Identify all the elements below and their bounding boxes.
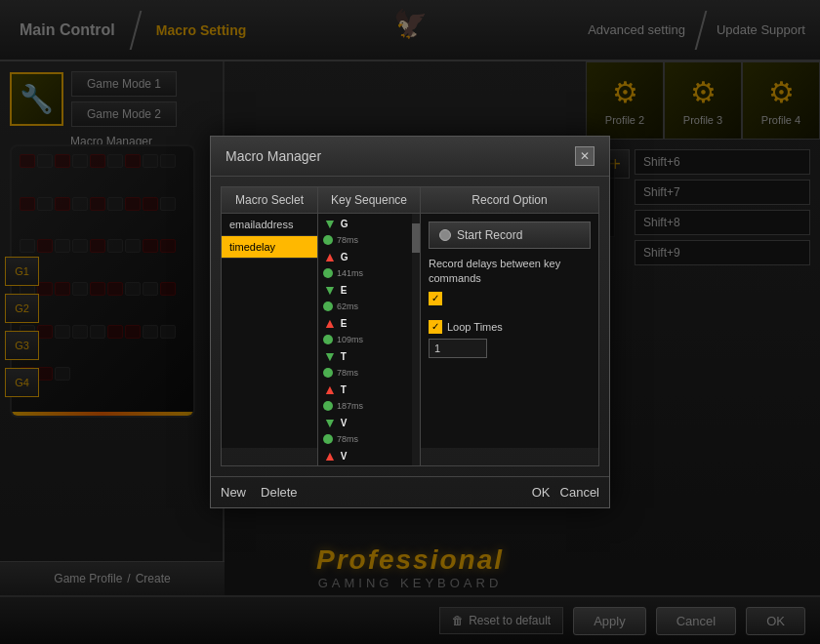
arrow-up-icon: ▲ (323, 249, 337, 264)
list-item: ▲ T (318, 380, 420, 399)
list-item: ▼ G (318, 214, 420, 233)
record-option-header: Record Option (421, 187, 598, 214)
delay-circle-icon (323, 302, 333, 311)
delete-button[interactable]: Delete (261, 485, 298, 500)
arrow-up-icon: ▲ (323, 448, 337, 463)
macro-item-timedelay[interactable]: timedelay (222, 236, 317, 259)
list-item: 78ms (318, 432, 420, 446)
list-item: 78ms (318, 233, 420, 247)
list-item: ▼ V (318, 413, 420, 432)
list-item: ▼ T (318, 346, 420, 366)
modal-close-button[interactable]: ✕ (575, 146, 594, 166)
macro-manager-modal: Macro Manager ✕ Macro Seclet emailaddres… (210, 136, 610, 508)
arrow-down-icon: ▼ (323, 348, 337, 364)
record-delays-checkbox-row: ✓ (429, 292, 591, 305)
modal-title: Macro Manager (226, 148, 321, 164)
list-item: 78ms (318, 366, 420, 380)
delay-circle-icon (323, 235, 333, 245)
list-item: ▲ E (318, 313, 420, 333)
delay-circle-icon (323, 335, 333, 344)
arrow-down-icon: ▼ (323, 282, 337, 298)
loop-times-row: ✓ Loop Times (429, 320, 591, 334)
list-item: 109ms (318, 333, 420, 346)
macro-item-emailaddress[interactable]: emailaddress (222, 214, 317, 236)
macro-list: emailaddress timedelay (222, 214, 317, 448)
start-record-button[interactable]: Start Record (429, 221, 591, 249)
list-item: 62ms (318, 300, 420, 313)
sequence-list: ▼ G 78ms ▲ G (318, 214, 420, 465)
key-sequence-header: Key Sequence (318, 187, 420, 214)
modal-cancel-button[interactable]: Cancel (560, 485, 599, 500)
modal-ok-button[interactable]: OK (532, 485, 551, 500)
delay-circle-icon (323, 401, 333, 411)
arrow-up-icon: ▲ (323, 382, 337, 397)
start-record-label: Start Record (457, 228, 522, 242)
modal-header: Macro Manager ✕ (211, 137, 609, 177)
list-item: ▲ V (318, 446, 420, 465)
macro-seclet-column: Macro Seclet emailaddress timedelay (221, 186, 318, 466)
loop-times-checkbox[interactable]: ✓ (429, 320, 442, 334)
loop-times-section: ✓ Loop Times (429, 320, 591, 358)
loop-times-input[interactable] (429, 339, 487, 358)
delay-circle-icon (323, 368, 333, 378)
arrow-down-icon: ▼ (323, 216, 337, 231)
modal-footer: New Delete OK Cancel (211, 476, 609, 507)
delay-circle-icon (323, 434, 333, 444)
list-item: 141ms (318, 266, 420, 280)
arrow-up-icon: ▲ (323, 315, 337, 331)
record-option-column: Record Option Start Record Record delays… (421, 186, 599, 466)
modal-overlay: Macro Manager ✕ Macro Seclet emailaddres… (0, 0, 820, 644)
record-circle-icon (439, 229, 451, 241)
macro-seclet-header: Macro Seclet (222, 187, 317, 214)
modal-footer-left: New Delete (221, 485, 298, 500)
options-panel: Start Record Record delays between key c… (421, 214, 598, 448)
modal-footer-right: OK Cancel (532, 485, 599, 500)
modal-body: Macro Seclet emailaddress timedelay Key … (211, 177, 609, 476)
list-item: ▲ G (318, 247, 420, 266)
arrow-down-icon: ▼ (323, 415, 337, 430)
key-sequence-column: Key Sequence ▼ G 78ms ▲ (318, 186, 421, 466)
record-delays-checkbox[interactable]: ✓ (429, 292, 442, 305)
record-delays-label: Record delays between key commands (429, 257, 591, 287)
delay-circle-icon (323, 268, 333, 278)
new-button[interactable]: New (221, 485, 246, 500)
scrollbar-thumb (412, 223, 420, 253)
loop-times-label: Loop Times (447, 321, 503, 333)
main-window: — ✕ Main Control Macro Setting 🦅 Advance… (0, 0, 820, 644)
sequence-scrollbar[interactable] (412, 214, 420, 465)
list-item: ▼ E (318, 280, 420, 300)
list-item: 187ms (318, 399, 420, 413)
